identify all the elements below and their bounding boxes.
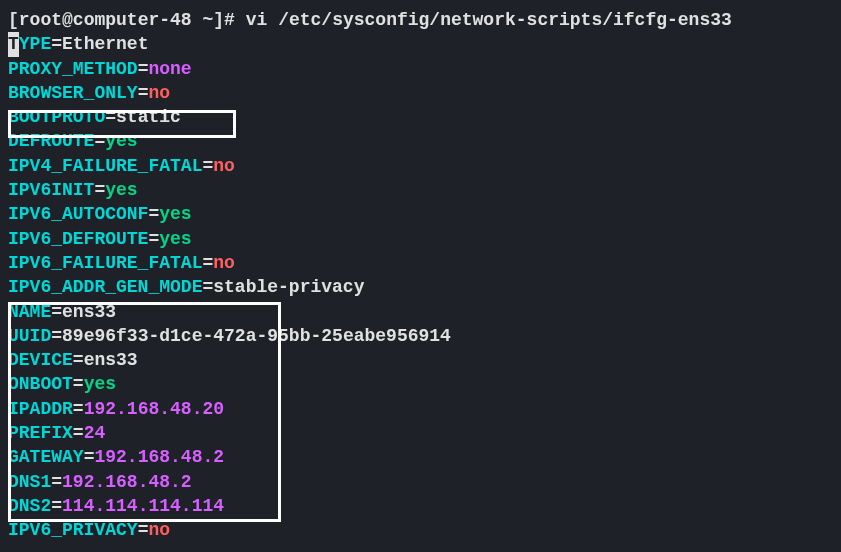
config-key: IPV6INIT <box>8 180 94 200</box>
config-value: 192.168.48.20 <box>84 399 224 419</box>
config-line: IPV6_PRIVACY=no <box>8 518 833 542</box>
config-line: ONBOOT=yes <box>8 372 833 396</box>
equals: = <box>94 180 105 200</box>
config-value: ens33 <box>62 302 116 322</box>
config-key: DEVICE <box>8 350 73 370</box>
config-line: BOOTPROTO=static <box>8 105 833 129</box>
equals: = <box>51 472 62 492</box>
config-value: no <box>148 520 170 540</box>
config-line: IPADDR=192.168.48.20 <box>8 397 833 421</box>
config-key: IPADDR <box>8 399 73 419</box>
equals: = <box>51 326 62 346</box>
config-value: yes <box>159 204 191 224</box>
equals: = <box>73 423 84 443</box>
cursor: T <box>8 32 19 56</box>
equals: = <box>148 204 159 224</box>
equals: = <box>73 399 84 419</box>
bracket-open: [ <box>8 10 19 30</box>
equals: = <box>51 302 62 322</box>
equals: = <box>148 229 159 249</box>
config-key: UUID <box>8 326 51 346</box>
config-line: IPV6_FAILURE_FATAL=no <box>8 251 833 275</box>
equals: = <box>138 520 149 540</box>
config-key: IPV6_ADDR_GEN_MODE <box>8 277 202 297</box>
config-line: DEFROUTE=yes <box>8 129 833 153</box>
tilde-line: ~ <box>8 543 833 552</box>
config-line: DNS1=192.168.48.2 <box>8 470 833 494</box>
config-key: PROXY_METHOD <box>8 59 138 79</box>
config-key: DEFROUTE <box>8 131 94 151</box>
config-line: NAME=ens33 <box>8 300 833 324</box>
config-line: TYPE=Ethernet <box>8 32 833 56</box>
config-line: IPV6INIT=yes <box>8 178 833 202</box>
config-key: IPV6_FAILURE_FATAL <box>8 253 202 273</box>
config-value: 24 <box>84 423 106 443</box>
config-value: yes <box>105 180 137 200</box>
terminal-content[interactable]: [root@computer-48 ~]# vi /etc/sysconfig/… <box>8 8 833 552</box>
config-value: no <box>213 156 235 176</box>
config-value: Ethernet <box>62 34 148 54</box>
config-line: IPV6_ADDR_GEN_MODE=stable-privacy <box>8 275 833 299</box>
config-value: yes <box>105 131 137 151</box>
equals: = <box>84 447 95 467</box>
config-key: NAME <box>8 302 51 322</box>
command-text: vi /etc/sysconfig/network-scripts/ifcfg-… <box>246 10 732 30</box>
equals: = <box>51 496 62 516</box>
config-line: DEVICE=ens33 <box>8 348 833 372</box>
equals: = <box>105 107 116 127</box>
config-key: IPV6_DEFROUTE <box>8 229 148 249</box>
config-value: 89e96f33-d1ce-472a-95bb-25eabe956914 <box>62 326 451 346</box>
config-value: static <box>116 107 181 127</box>
equals: = <box>202 156 213 176</box>
config-line: IPV6_DEFROUTE=yes <box>8 227 833 251</box>
config-key: IPV6_AUTOCONF <box>8 204 148 224</box>
prompt-host: computer-48 <box>73 10 192 30</box>
config-value: 114.114.114.114 <box>62 496 224 516</box>
config-line: IPV4_FAILURE_FATAL=no <box>8 154 833 178</box>
equals: = <box>51 34 62 54</box>
at-sign: @ <box>62 10 73 30</box>
config-key: GATEWAY <box>8 447 84 467</box>
vi-tilde: ~ <box>8 545 19 552</box>
equals: = <box>73 350 84 370</box>
equals: = <box>94 131 105 151</box>
config-value: 192.168.48.2 <box>94 447 224 467</box>
config-line: UUID=89e96f33-d1ce-472a-95bb-25eabe95691… <box>8 324 833 348</box>
equals: = <box>73 374 84 394</box>
config-value: yes <box>84 374 116 394</box>
equals: = <box>202 277 213 297</box>
config-value: yes <box>159 229 191 249</box>
prompt-symbol: # <box>224 10 235 30</box>
equals: = <box>138 59 149 79</box>
equals: = <box>138 83 149 103</box>
bracket-close: ] <box>213 10 224 30</box>
config-line: BROWSER_ONLY=no <box>8 81 833 105</box>
equals: = <box>202 253 213 273</box>
config-key: BROWSER_ONLY <box>8 83 138 103</box>
config-key: YPE <box>19 34 51 54</box>
config-line: GATEWAY=192.168.48.2 <box>8 445 833 469</box>
config-value: ens33 <box>84 350 138 370</box>
config-line: PREFIX=24 <box>8 421 833 445</box>
config-line: PROXY_METHOD=none <box>8 57 833 81</box>
prompt-path: ~ <box>202 10 213 30</box>
config-key: IPV4_FAILURE_FATAL <box>8 156 202 176</box>
config-value: 192.168.48.2 <box>62 472 192 492</box>
config-line: IPV6_AUTOCONF=yes <box>8 202 833 226</box>
prompt-user: root <box>19 10 62 30</box>
config-value: no <box>213 253 235 273</box>
config-key: BOOTPROTO <box>8 107 105 127</box>
config-value: none <box>148 59 191 79</box>
config-value: stable-privacy <box>213 277 364 297</box>
config-key: IPV6_PRIVACY <box>8 520 138 540</box>
config-value: no <box>148 83 170 103</box>
config-line: DNS2=114.114.114.114 <box>8 494 833 518</box>
space <box>235 10 246 30</box>
space <box>192 10 203 30</box>
config-key: PREFIX <box>8 423 73 443</box>
prompt-line: [root@computer-48 ~]# vi /etc/sysconfig/… <box>8 8 833 32</box>
config-key: ONBOOT <box>8 374 73 394</box>
config-key: DNS1 <box>8 472 51 492</box>
config-key: DNS2 <box>8 496 51 516</box>
